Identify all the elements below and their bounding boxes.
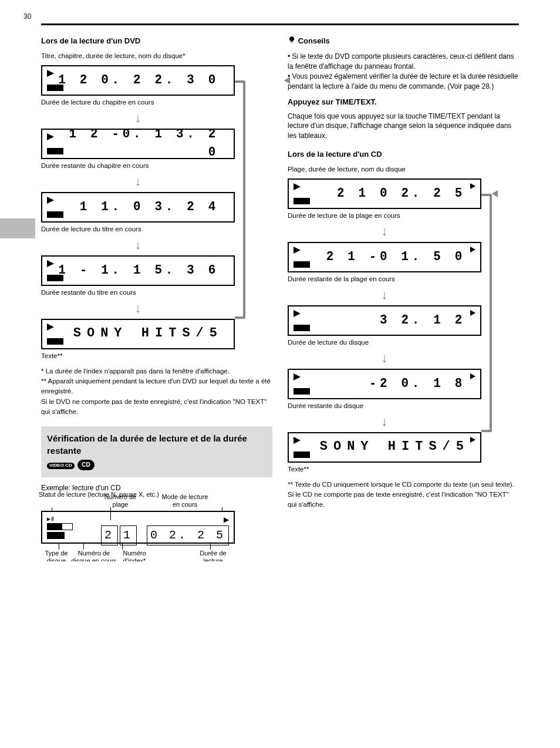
down-arrow-icon: ↓ [288, 349, 481, 368]
lcd-digits: 3 2. 1 2 [299, 312, 475, 330]
play-icon [294, 437, 301, 444]
lcd-display: 1 1. 0 3. 2 4 [41, 192, 235, 223]
time-digits: 0 2. 2 5 [147, 525, 229, 545]
label-status: Statut de lecture (lecture N, pause X, e… [39, 491, 159, 498]
lcd-caption: Texte** [288, 464, 519, 474]
label-track: Numéro de plage [103, 493, 138, 508]
lcd-caption: Texte** [41, 351, 272, 360]
track-digits: 21 [101, 525, 139, 545]
lcd-display: SONY HITS/5 [41, 319, 235, 349]
lcd-display: -2 0. 1 8 [288, 369, 481, 399]
lcd-digits: 2 1 -0 1. 5 0 [299, 248, 475, 267]
press-time-text-body: Chaque fois que vous appuyez sur la touc… [288, 112, 519, 141]
lcd-digits: 2 1 0 2. 2 5 [299, 185, 475, 203]
badge-video-cd: VIDEO CD [47, 463, 75, 469]
label-playmode: Mode de lecture en cours [158, 493, 211, 508]
lightbulb-icon [288, 36, 296, 47]
lcd-display: 3 2. 1 2 [288, 305, 481, 336]
down-arrow-icon: ↓ [41, 299, 235, 318]
lcd-display: 2 1 -0 1. 5 0 [288, 242, 481, 272]
down-arrow-icon: ↓ [41, 236, 235, 254]
dvd-footnotes: * La durée de l'index n'apparaît pas dan… [41, 366, 272, 417]
down-arrow-icon: ↓ [41, 109, 235, 127]
dvd-intro-line: Titre, chapitre, durée de lecture, nom d… [41, 51, 272, 60]
lcd-digits: 1 2 -0. 1 3. 2 0 [53, 126, 229, 162]
lcd-text: SONY HITS/5 [48, 325, 234, 343]
lcd-display: 1 - 1. 1 5. 3 6 [41, 255, 235, 286]
playmode-icon: ▶ [224, 515, 229, 525]
lcd-digits: 1 2 0. 2 2. 3 0 [53, 72, 229, 90]
label-playtime: Durée de lecture [193, 550, 234, 561]
down-arrow-icon: ↓ [288, 413, 481, 431]
lcd-digits: 1 1. 0 3. 2 4 [53, 198, 229, 217]
cd-playback-heading: Lors de la lecture d'un CD [288, 149, 519, 160]
annotated-display-diagram: Statut de lecture (lecture N, pause X, e… [41, 511, 235, 544]
down-arrow-icon: ↓ [288, 286, 481, 304]
lcd-display: 2 1 0 2. 2 5 [288, 178, 481, 209]
label-disctype: Type de disque [39, 550, 74, 561]
horizontal-rule [41, 23, 519, 25]
play-pause-indicator: ▶Ⅱ [47, 515, 55, 523]
lcd-display: 1 2 -0. 1 3. 2 0 [41, 129, 235, 159]
progress-bar [47, 523, 73, 530]
tips-body: • Si le texte du DVD comporte plusieurs … [288, 52, 519, 91]
tips-heading: Conseils [298, 36, 330, 45]
down-arrow-icon: ↓ [41, 173, 235, 191]
lcd-text: SONY HITS/5 [295, 438, 480, 456]
cd-footnote: ** Texte du CD uniquement lorsque le CD … [288, 480, 519, 510]
label-index: Numéro d'index* [114, 550, 155, 561]
badge-cd: CD [77, 460, 94, 470]
play-icon [47, 324, 54, 331]
down-arrow-icon: ↓ [288, 223, 481, 241]
label-current-disc: Numéro de disque en cours [70, 550, 117, 561]
section-remaining-time: Vérification de la durée de lecture et d… [41, 426, 272, 477]
bar-icon [47, 338, 63, 345]
press-time-text-heading: Appuyez sur TIME/TEXT. [288, 97, 519, 107]
section-title: Vérification de la durée de lecture et d… [47, 432, 266, 457]
lcd-display: 1 2 0. 2 2. 3 0 [41, 65, 235, 96]
cd-intro-line: Plage, durée de lecture, nom du disque [288, 164, 519, 174]
bar-icon [47, 532, 65, 539]
page-number: 30 [23, 12, 31, 22]
lcd-digits: 1 - 1. 1 5. 3 6 [53, 262, 229, 280]
lcd-display: SONY HITS/5 [288, 432, 481, 463]
lcd-digits: -2 0. 1 8 [299, 375, 475, 393]
dvd-playback-heading: Lors de la lecture d'un DVD [41, 36, 272, 46]
bar-icon [294, 452, 310, 458]
playmode-icon [470, 437, 475, 443]
